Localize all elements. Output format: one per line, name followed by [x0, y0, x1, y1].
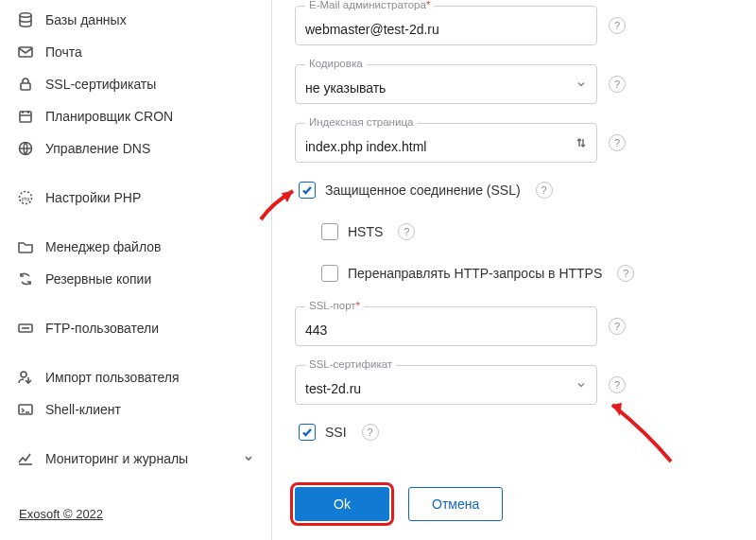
- terminal-icon: [17, 401, 34, 418]
- sidebar-item-label: Планировщик CRON: [45, 109, 173, 124]
- help-icon[interactable]: ?: [609, 76, 626, 93]
- sidebar-item-import[interactable]: Импорт пользователя: [0, 361, 271, 393]
- email-field[interactable]: E-Mail администратора*: [295, 6, 597, 45]
- cancel-button[interactable]: Отмена: [408, 487, 503, 521]
- sidebar-item-cron[interactable]: Планировщик CRON: [0, 100, 271, 132]
- sort-icon[interactable]: [574, 135, 589, 150]
- sidebar-item-label: Настройки PHP: [45, 190, 141, 205]
- sidebar-item-shell[interactable]: Shell-клиент: [0, 393, 271, 426]
- ssl-cert-field[interactable]: SSL-сертификат test-2d.ru: [295, 365, 597, 405]
- folder-icon: [17, 238, 34, 255]
- index-label: Индексная страница: [305, 116, 417, 128]
- svg-rect-3: [20, 112, 31, 122]
- encoding-field[interactable]: Кодировка не указывать: [295, 64, 597, 104]
- ssl-cert-label: SSL-сертификат: [305, 358, 396, 370]
- encoding-label: Кодировка: [305, 58, 367, 69]
- sidebar-item-label: Shell-клиент: [45, 402, 121, 417]
- ssl-cert-value: test-2d.ru: [305, 381, 587, 396]
- index-field[interactable]: Индексная страница: [295, 123, 597, 163]
- sidebar-item-label: Почта: [45, 44, 82, 60]
- main-form: E-Mail администратора* ? Кодировка не ук…: [272, 0, 756, 540]
- chevron-down-icon: [243, 451, 254, 466]
- calendar-icon: [17, 108, 34, 125]
- mail-icon: [17, 44, 34, 61]
- email-label: E-Mail администратора*: [305, 0, 434, 10]
- sidebar-item-files[interactable]: Менеджер файлов: [0, 231, 271, 263]
- ftp-icon: [17, 320, 34, 337]
- help-icon[interactable]: ?: [609, 376, 626, 393]
- refresh-icon: [17, 270, 34, 287]
- chart-icon: [17, 450, 34, 467]
- sidebar-item-label: Базы данных: [45, 12, 127, 27]
- sidebar: Базы данных Почта SSL-сертификаты Планир…: [0, 0, 272, 540]
- chevron-down-icon: [574, 377, 589, 392]
- sidebar-item-label: FTP-пользователи: [45, 321, 159, 336]
- svg-rect-1: [19, 47, 32, 57]
- sidebar-item-label: SSL-сертификаты: [45, 77, 156, 92]
- help-icon[interactable]: ?: [609, 17, 626, 34]
- ssl-port-input[interactable]: [305, 322, 587, 338]
- svg-point-8: [21, 372, 26, 377]
- sidebar-item-label: Импорт пользователя: [45, 370, 180, 385]
- ssl-port-label: SSL-порт*: [305, 300, 364, 311]
- database-icon: [17, 11, 34, 28]
- ssl-checkbox[interactable]: [299, 182, 316, 199]
- ssl-checkbox-label: Защищенное соединение (SSL): [325, 183, 521, 198]
- help-icon[interactable]: ?: [398, 223, 415, 240]
- sidebar-item-databases[interactable]: Базы данных: [0, 4, 271, 36]
- redirect-checkbox-label: Перенаправлять HTTP-запросы в HTTPS: [348, 266, 602, 281]
- encoding-value: не указывать: [305, 80, 587, 96]
- footer-copyright[interactable]: Exosoft © 2022: [0, 494, 271, 540]
- svg-point-0: [20, 13, 31, 17]
- ok-button[interactable]: Ok: [295, 487, 389, 521]
- sidebar-item-label: Управление DNS: [45, 141, 150, 156]
- help-icon[interactable]: ?: [362, 424, 379, 441]
- help-icon[interactable]: ?: [609, 134, 626, 151]
- globe-icon: [17, 140, 34, 157]
- sidebar-item-backup[interactable]: Резервные копии: [0, 263, 271, 295]
- sidebar-item-ftp[interactable]: FTP-пользователи: [0, 312, 271, 344]
- ssi-checkbox-label: SSI: [325, 425, 347, 440]
- help-icon[interactable]: ?: [609, 318, 626, 335]
- index-input[interactable]: [305, 139, 587, 154]
- sidebar-item-ssl[interactable]: SSL-сертификаты: [0, 68, 271, 100]
- hsts-checkbox[interactable]: [321, 223, 338, 240]
- hsts-checkbox-label: HSTS: [348, 224, 383, 239]
- ssl-port-field[interactable]: SSL-порт*: [295, 306, 597, 346]
- php-icon: php: [17, 189, 34, 206]
- sidebar-item-label: Резервные копии: [45, 271, 151, 287]
- help-icon[interactable]: ?: [617, 265, 634, 282]
- chevron-down-icon: [574, 77, 589, 92]
- svg-text:php: php: [22, 196, 30, 201]
- ssi-checkbox[interactable]: [299, 424, 316, 441]
- sidebar-item-monitoring[interactable]: Мониторинг и журналы: [0, 443, 271, 475]
- sidebar-item-php[interactable]: php Настройки PHP: [0, 182, 271, 214]
- email-input[interactable]: [305, 22, 587, 37]
- sidebar-item-dns[interactable]: Управление DNS: [0, 132, 271, 165]
- sidebar-item-label: Мониторинг и журналы: [45, 451, 188, 466]
- sidebar-item-mail[interactable]: Почта: [0, 36, 271, 68]
- svg-rect-2: [21, 83, 30, 90]
- help-icon[interactable]: ?: [536, 182, 553, 199]
- user-import-icon: [17, 369, 34, 386]
- sidebar-item-label: Менеджер файлов: [45, 239, 162, 254]
- lock-icon: [17, 76, 34, 93]
- redirect-checkbox[interactable]: [321, 265, 338, 282]
